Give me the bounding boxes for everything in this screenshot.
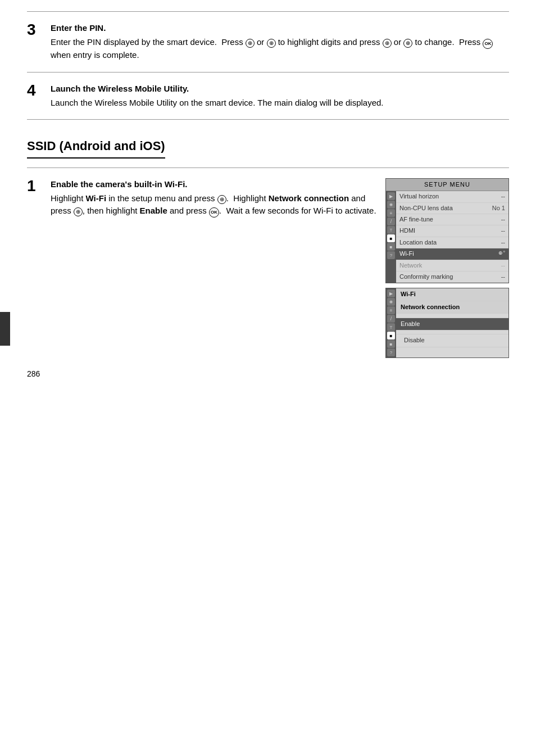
press-j-icon1: ⊕ xyxy=(217,195,226,204)
menu-item-label: Wi-Fi xyxy=(399,250,414,258)
step-3-content: Enter the PIN. Enter the PIN displayed b… xyxy=(51,22,509,62)
submenu-spacer2 xyxy=(396,331,508,334)
menu-item-value: ⊕° xyxy=(498,250,505,258)
sidebar-icon-7: ■ xyxy=(387,243,395,251)
submenu-sidebar: ▶ ◉ ≡ / T ■ ■ ? xyxy=(386,288,396,357)
step-1-ssid-block: 1 Enable the camera's built-in Wi-Fi. Hi… xyxy=(27,168,509,369)
step-3-title: Enter the PIN. xyxy=(51,22,509,34)
sidebar-icon-1: ▶ xyxy=(387,192,395,200)
menu-item-label: HDMI xyxy=(399,227,415,235)
step-3-number: 3 xyxy=(27,22,51,62)
ok-icon2: OK xyxy=(209,207,219,218)
menu-item-value: -- xyxy=(501,238,505,247)
menu-item-hdmi: HDMI -- xyxy=(396,225,508,237)
sidebar-icon-2: ◉ xyxy=(387,201,395,209)
submenu-items: Wi-Fi Network connection Enable Disable xyxy=(396,288,508,357)
step-1-ssid-content: Enable the camera's built-in Wi-Fi. High… xyxy=(51,178,509,359)
selector-left2-icon: ⊕ xyxy=(383,39,392,48)
setup-menu-sidebar: ▶ ◉ ≡ / T ■ ■ ? Virtual horizon xyxy=(386,191,508,283)
sub-sidebar-icon-7: ■ xyxy=(387,340,395,348)
step-3-block: 3 Enter the PIN. Enter the PIN displayed… xyxy=(27,11,509,72)
ssid-section-wrapper: SSID (Android and iOS) xyxy=(27,119,509,168)
step-1-ssid-number: 1 xyxy=(27,178,51,359)
sidebar-icon-8: ? xyxy=(387,251,395,259)
menu-item-label: AF fine-tune xyxy=(399,215,433,224)
setup-menu-title: SETUP MENU xyxy=(386,179,508,191)
menu-item-location: Location data -- xyxy=(396,237,508,248)
menu-item-label: Non-CPU lens data xyxy=(399,204,453,212)
menu-item-value: -- xyxy=(501,261,505,270)
submenu-wifi-label: Wi-Fi xyxy=(396,288,508,301)
step-4-number: 4 xyxy=(27,83,51,110)
menu-items: Virtual horizon -- Non-CPU lens data No … xyxy=(396,191,508,283)
step-4-block: 4 Launch the Wireless Mobile Utility. La… xyxy=(27,72,509,120)
selector-right2-icon: ⊕ xyxy=(403,39,412,48)
sidebar-icon-3: ≡ xyxy=(387,209,395,217)
submenu-content: ▶ ◉ ≡ / T ■ ■ ? Wi-Fi Network connection xyxy=(386,288,508,357)
sub-sidebar-icon-2: ◉ xyxy=(387,298,395,306)
ok-button-icon: OK xyxy=(483,39,493,49)
selector-right-icon: ⊕ xyxy=(267,39,276,48)
step-4-title: Launch the Wireless Mobile Utility. xyxy=(51,83,509,94)
sub-sidebar-icon-4: / xyxy=(387,315,395,323)
sidebar-icon-4: / xyxy=(387,218,395,225)
submenu-screenshot: ▶ ◉ ≡ / T ■ ■ ? Wi-Fi Network connection xyxy=(385,288,509,358)
menu-item-label: Virtual horizon xyxy=(399,192,439,201)
sub-sidebar-icon-1: ▶ xyxy=(387,289,395,297)
sub-sidebar-icon-5: T xyxy=(387,323,395,331)
menu-item-virtual-horizon: Virtual horizon -- xyxy=(396,191,508,202)
menu-item-value: -- xyxy=(501,273,505,281)
page-number: 286 xyxy=(27,369,40,380)
menu-item-value: -- xyxy=(501,215,505,224)
ssid-section-heading: SSID (Android and iOS) xyxy=(27,138,165,159)
step-1-ssid-title: Enable the camera's built-in Wi-Fi. xyxy=(51,178,376,190)
sub-sidebar-icon-6-active: ■ xyxy=(387,332,395,339)
submenu-spacer1 xyxy=(396,314,508,318)
step-1-images: SETUP MENU ▶ ◉ ≡ / T ■ ■ ? xyxy=(385,178,509,359)
sidebar-icons: ▶ ◉ ≡ / T ■ ■ ? xyxy=(386,191,396,283)
menu-item-label: Network xyxy=(399,261,422,270)
submenu-disable-option: Disable xyxy=(396,334,508,347)
menu-item-label: Conformity marking xyxy=(399,273,453,281)
menu-item-conformity: Conformity marking -- xyxy=(396,271,508,283)
step-3-body: Enter the PIN displayed by the smart dev… xyxy=(51,36,509,62)
menu-item-value: -- xyxy=(501,192,505,201)
page-container: 3 Enter the PIN. Enter the PIN displayed… xyxy=(0,0,536,391)
menu-item-af-fine-tune: AF fine-tune -- xyxy=(396,214,508,225)
menu-item-non-cpu: Non-CPU lens data No 1 xyxy=(396,203,508,214)
step-4-content: Launch the Wireless Mobile Utility. Laun… xyxy=(51,83,509,110)
sub-sidebar-icon-3: ≡ xyxy=(387,306,395,314)
setup-menu-screenshot: SETUP MENU ▶ ◉ ≡ / T ■ ■ ? xyxy=(385,178,509,284)
selector-left-icon: ⊕ xyxy=(246,39,255,48)
step-1-ssid-body: Highlight Wi-Fi in the setup menu and pr… xyxy=(51,192,376,218)
menu-item-label: Location data xyxy=(399,238,437,247)
submenu-enable-option: Enable xyxy=(396,318,508,331)
menu-item-value: No 1 xyxy=(492,204,505,212)
menu-item-value: -- xyxy=(501,227,505,235)
step-1-ssid-text: Enable the camera's built-in Wi-Fi. High… xyxy=(51,178,385,359)
menu-item-network: Network -- xyxy=(396,260,508,271)
press-j-icon2: ⊕ xyxy=(74,207,83,216)
sub-sidebar-icon-8: ? xyxy=(387,348,395,356)
sidebar-icon-6-active: ■ xyxy=(387,234,395,242)
submenu-network-label: Network connection xyxy=(396,301,508,314)
sidebar-icon-5: T xyxy=(387,226,395,234)
step-4-body: Launch the Wireless Mobile Utility on th… xyxy=(51,97,509,110)
menu-item-wifi-highlighted: Wi-Fi ⊕° xyxy=(396,248,508,260)
left-black-bar xyxy=(0,312,10,346)
